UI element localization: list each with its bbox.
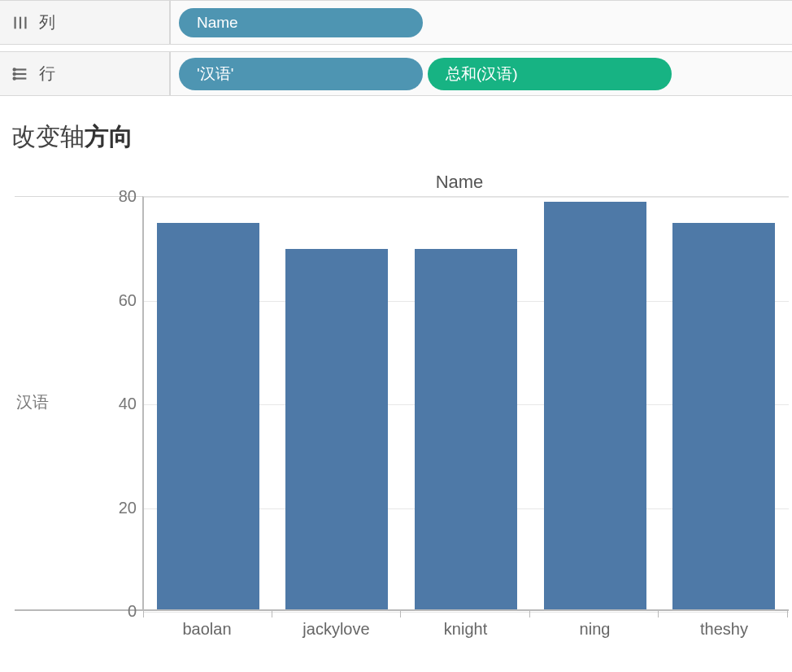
chart-bar[interactable] bbox=[415, 249, 517, 611]
chart-x-labels: baolanjackyloveknightningtheshy bbox=[142, 620, 789, 639]
chart-category-separator bbox=[529, 611, 530, 617]
chart-bar-slot bbox=[659, 197, 789, 611]
sheet-title-area: 改变轴方向 bbox=[0, 96, 792, 164]
pill-sum-hanyu[interactable]: 总和(汉语) bbox=[428, 58, 672, 90]
columns-shelf-label-cell: 列 bbox=[0, 1, 171, 44]
chart-y-tick: 80 bbox=[96, 187, 137, 206]
pill-hanyu[interactable]: '汉语' bbox=[179, 58, 423, 90]
chart-y-axis-label: 汉语 bbox=[16, 391, 49, 413]
columns-icon bbox=[11, 14, 29, 32]
rows-shelf-label-cell: 行 bbox=[0, 52, 171, 95]
rows-shelf-content[interactable]: '汉语' 总和(汉语) bbox=[171, 52, 792, 95]
chart-category-separator bbox=[400, 611, 401, 617]
chart-x-tick-label: baolan bbox=[142, 620, 272, 639]
pill-name[interactable]: Name bbox=[179, 8, 423, 37]
chart-category-separator bbox=[658, 611, 659, 617]
chart: Name 汉语 baolanjackyloveknightningtheshy … bbox=[8, 164, 789, 644]
sheet-title-bold: 方向 bbox=[85, 123, 133, 150]
chart-category-separator bbox=[272, 611, 272, 617]
chart-bar-slot bbox=[144, 197, 273, 611]
columns-shelf-content[interactable]: Name bbox=[171, 1, 792, 44]
chart-x-tick-label: knight bbox=[401, 620, 530, 639]
chart-gridline bbox=[144, 612, 789, 613]
rows-icon bbox=[11, 65, 29, 83]
columns-shelf-label: 列 bbox=[39, 11, 55, 33]
chart-category-separator bbox=[787, 611, 788, 617]
chart-bar[interactable] bbox=[157, 223, 259, 611]
chart-bar[interactable] bbox=[672, 223, 775, 611]
chart-x-tick-label: ning bbox=[530, 620, 659, 639]
svg-point-8 bbox=[14, 77, 15, 79]
chart-y-tick: 20 bbox=[96, 498, 137, 517]
sheet-title[interactable]: 改变轴方向 bbox=[11, 123, 133, 150]
rows-shelf-label: 行 bbox=[39, 63, 55, 85]
chart-y-tick: 40 bbox=[96, 395, 137, 413]
chart-bar-slot bbox=[273, 197, 403, 611]
svg-point-6 bbox=[14, 68, 15, 70]
chart-plot-area[interactable] bbox=[142, 196, 789, 611]
chart-x-tick-label: jackylove bbox=[272, 620, 401, 639]
rows-shelf: 行 '汉语' 总和(汉语) bbox=[0, 51, 792, 96]
sheet-title-plain: 改变轴 bbox=[11, 123, 85, 150]
chart-y-tick: 0 bbox=[96, 602, 137, 621]
chart-x-tick-label: theshy bbox=[659, 620, 789, 639]
chart-x-header: Name bbox=[314, 172, 484, 193]
chart-bar-slot bbox=[402, 197, 531, 611]
pill-hanyu-text: '汉语' bbox=[197, 63, 233, 85]
svg-point-7 bbox=[14, 72, 15, 74]
pill-sum-hanyu-text: 总和(汉语) bbox=[446, 63, 518, 85]
columns-shelf: 列 Name bbox=[0, 0, 792, 45]
pill-name-text: Name bbox=[197, 14, 238, 32]
chart-bar[interactable] bbox=[285, 249, 388, 611]
chart-bar[interactable] bbox=[544, 202, 646, 611]
chart-bar-slot bbox=[531, 197, 660, 611]
chart-category-separator bbox=[143, 611, 144, 617]
chart-y-tick: 60 bbox=[96, 290, 137, 309]
